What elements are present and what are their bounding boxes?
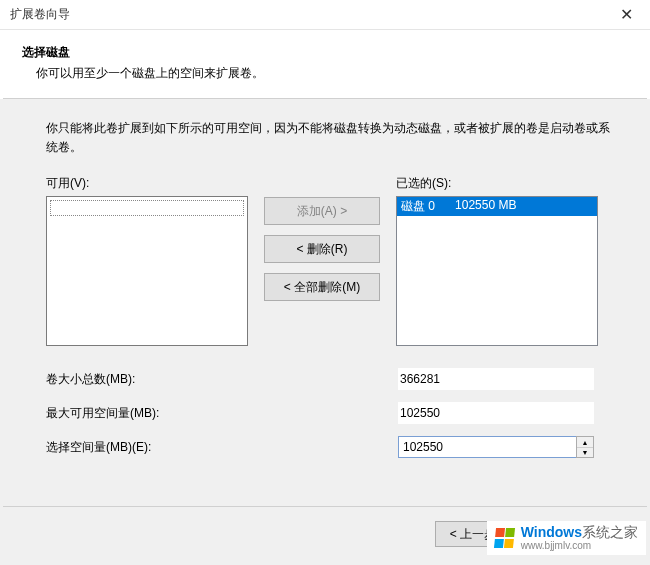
remove-all-button[interactable]: < 全部删除(M) <box>264 273 380 301</box>
chevron-down-icon: ▼ <box>582 449 589 456</box>
selected-label: 已选的(S): <box>396 175 598 192</box>
available-label: 可用(V): <box>46 175 248 192</box>
list-item[interactable]: 磁盘 0 102550 MB <box>397 197 597 216</box>
close-button[interactable]: ✕ <box>606 1 646 29</box>
amount-input[interactable] <box>398 436 576 458</box>
disk-transfer-panel: 可用(V): 添加(A) > < 删除(R) < 全部删除(M) 已选的(S):… <box>46 175 620 346</box>
max-space-row: 最大可用空间量(MB): 102550 <box>46 402 620 424</box>
selected-column: 已选的(S): 磁盘 0 102550 MB <box>396 175 598 346</box>
spacer <box>435 198 455 215</box>
watermark-brand: Windows系统之家 <box>521 525 638 540</box>
max-space-value: 102550 <box>398 402 594 424</box>
page-subtitle: 你可以用至少一个磁盘上的空间来扩展卷。 <box>22 65 640 82</box>
spinner-down[interactable]: ▼ <box>577 448 593 458</box>
available-column: 可用(V): <box>46 175 248 346</box>
max-space-label: 最大可用空间量(MB): <box>46 405 388 422</box>
amount-label: 选择空间量(MB)(E): <box>46 439 388 456</box>
page-heading: 选择磁盘 <box>22 44 640 61</box>
add-button[interactable]: 添加(A) > <box>264 197 380 225</box>
available-focus-rect <box>50 200 244 216</box>
disk-name: 磁盘 0 <box>401 198 435 215</box>
total-size-label: 卷大小总数(MB): <box>46 371 388 388</box>
disk-size: 102550 MB <box>455 198 516 215</box>
spinner-buttons: ▲ ▼ <box>576 436 594 458</box>
remove-button[interactable]: < 删除(R) <box>264 235 380 263</box>
watermark-url: www.bjjmlv.com <box>521 540 638 551</box>
amount-spinner: ▲ ▼ <box>398 436 594 458</box>
available-listbox[interactable] <box>46 196 248 346</box>
close-icon: ✕ <box>620 5 633 24</box>
watermark-text: Windows系统之家 www.bjjmlv.com <box>521 525 638 551</box>
amount-row: 选择空间量(MB)(E): ▲ ▼ <box>46 436 620 458</box>
chevron-up-icon: ▲ <box>582 439 589 446</box>
description-text: 你只能将此卷扩展到如下所示的可用空间，因为不能将磁盘转换为动态磁盘，或者被扩展的… <box>46 119 620 157</box>
total-size-value: 366281 <box>398 368 594 390</box>
wizard-header: 选择磁盘 你可以用至少一个磁盘上的空间来扩展卷。 <box>0 30 650 92</box>
titlebar: 扩展卷向导 ✕ <box>0 0 650 30</box>
windows-logo-icon <box>494 528 516 548</box>
size-fields: 卷大小总数(MB): 366281 最大可用空间量(MB): 102550 选择… <box>46 368 620 458</box>
transfer-buttons: 添加(A) > < 删除(R) < 全部删除(M) <box>264 175 380 346</box>
wizard-content: 你只能将此卷扩展到如下所示的可用空间，因为不能将磁盘转换为动态磁盘，或者被扩展的… <box>0 99 650 565</box>
selected-listbox[interactable]: 磁盘 0 102550 MB <box>396 196 598 346</box>
total-size-row: 卷大小总数(MB): 366281 <box>46 368 620 390</box>
spinner-up[interactable]: ▲ <box>577 437 593 448</box>
watermark: Windows系统之家 www.bjjmlv.com <box>487 521 646 555</box>
window-title: 扩展卷向导 <box>10 6 70 23</box>
